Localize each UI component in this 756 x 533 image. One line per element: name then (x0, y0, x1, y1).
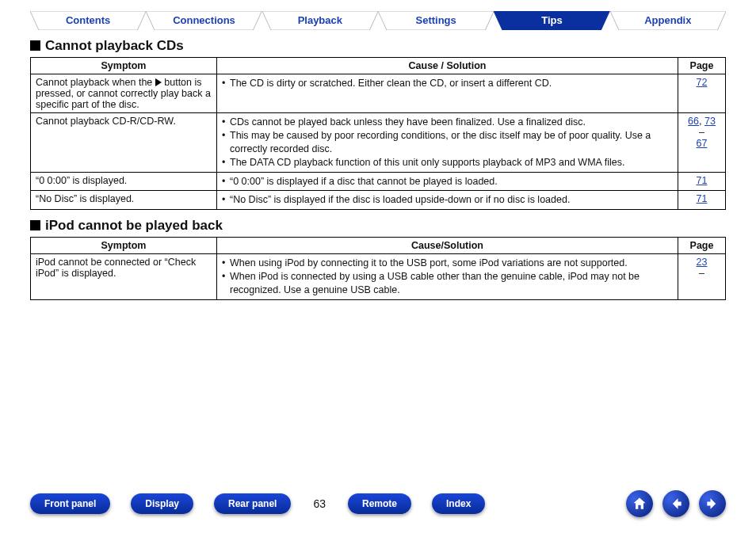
page-cell: 72 (678, 74, 726, 113)
play-icon (155, 78, 162, 86)
tab-playback[interactable]: Playback (262, 11, 378, 30)
troubleshooting-table: SymptomCause/SolutionPageiPod cannot be … (30, 237, 726, 300)
page-cell: 23– (678, 254, 726, 300)
symptom-cell: “0 0:00” is displayed. (31, 172, 217, 191)
top-nav-tabs: ContentsConnectionsPlaybackSettingsTipsA… (30, 11, 726, 30)
prev-icon[interactable] (662, 490, 689, 517)
page-link[interactable]: 71 (697, 193, 708, 204)
page-link[interactable]: 23 (697, 257, 708, 268)
col-header-page: Page (678, 58, 726, 74)
rear-panel-button[interactable]: Rear panel (214, 493, 291, 514)
symptom-cell: Cannot playback CD-R/CD-RW. (31, 113, 217, 173)
cause-item: CDs cannot be played back unless they ha… (222, 116, 673, 129)
symptom-cell: “No Disc” is displayed. (31, 191, 217, 210)
next-icon[interactable] (699, 490, 726, 517)
cause-cell: “0 0:00” is displayed if a disc that can… (217, 172, 678, 191)
index-button[interactable]: Index (432, 493, 485, 514)
footer-bar: Front panelDisplayRear panel 63 RemoteIn… (30, 490, 726, 517)
cause-cell: “No Disc” is displayed if the disc is lo… (217, 191, 678, 210)
col-header-cause: Cause/Solution (217, 238, 678, 254)
display-button[interactable]: Display (131, 493, 193, 514)
page-link[interactable]: 67 (697, 138, 708, 149)
cause-item: The DATA CD playback function of this un… (222, 156, 673, 169)
table-row: iPod cannot be connected or “Check iPod”… (31, 254, 726, 300)
cause-cell: CDs cannot be played back unless they ha… (217, 113, 678, 173)
tab-tips[interactable]: Tips (494, 11, 609, 30)
cause-cell: The CD is dirty or scratched. Either cle… (217, 74, 678, 113)
square-bullet-icon (30, 220, 40, 230)
tab-connections[interactable]: Connections (146, 11, 262, 30)
col-header-page: Page (678, 238, 726, 254)
cause-item: This may be caused by poor recording con… (222, 129, 673, 156)
tab-settings[interactable]: Settings (378, 11, 494, 30)
page-cell: 71 (678, 191, 726, 210)
section-heading: iPod cannot be played back (30, 218, 726, 234)
page-cell: 66, 73–67 (678, 113, 726, 173)
remote-button[interactable]: Remote (348, 493, 411, 514)
table-row: Cannot playback CD-R/CD-RW.CDs cannot be… (31, 113, 726, 173)
page-link[interactable]: 66 (688, 116, 699, 127)
troubleshooting-table: SymptomCause / SolutionPageCannot playba… (30, 57, 726, 210)
page-link[interactable]: 72 (697, 77, 708, 88)
symptom-cell: Cannot playback when the button is press… (31, 74, 217, 113)
table-row: “No Disc” is displayed.“No Disc” is disp… (31, 191, 726, 210)
col-header-symptom: Symptom (31, 58, 217, 74)
square-bullet-icon (30, 40, 40, 51)
page-link[interactable]: 73 (704, 116, 716, 127)
col-header-cause: Cause / Solution (217, 58, 678, 74)
front-panel-button[interactable]: Front panel (30, 493, 110, 514)
cause-cell: When using iPod by connecting it to the … (217, 254, 678, 300)
table-row: “0 0:00” is displayed.“0 0:00” is displa… (31, 172, 726, 191)
cause-item: When iPod is connected by using a USB ca… (222, 270, 673, 297)
home-icon[interactable] (626, 490, 653, 517)
cause-item: “No Disc” is displayed if the disc is lo… (222, 193, 673, 207)
cause-item: “0 0:00” is displayed if a disc that can… (222, 175, 673, 188)
cause-item: When using iPod by connecting it to the … (222, 257, 673, 270)
tab-appendix[interactable]: Appendix (610, 11, 726, 30)
tab-contents[interactable]: Contents (30, 11, 146, 30)
cause-item: The CD is dirty or scratched. Either cle… (222, 77, 673, 90)
col-header-symptom: Symptom (31, 238, 217, 254)
page-cell: 71 (678, 172, 726, 191)
table-row: Cannot playback when the button is press… (31, 74, 726, 113)
page-number: 63 (313, 497, 326, 510)
section-heading: Cannot playback CDs (30, 38, 726, 54)
symptom-cell: iPod cannot be connected or “Check iPod”… (31, 254, 217, 300)
page-link[interactable]: 71 (697, 175, 708, 186)
